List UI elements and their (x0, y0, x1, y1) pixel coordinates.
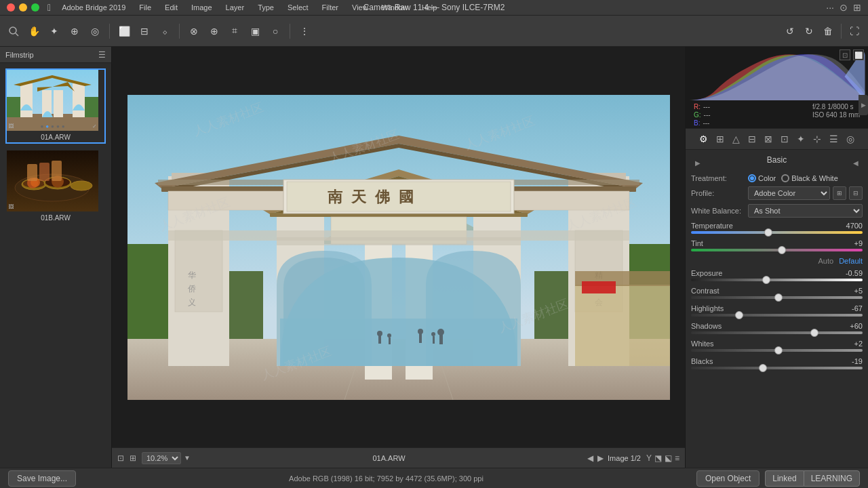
open-object-button[interactable]: Open Object (696, 470, 760, 487)
exposure-track[interactable] (691, 279, 863, 281)
svg-point-81 (437, 329, 444, 336)
whites-thumb[interactable] (774, 346, 783, 354)
histogram-toggle[interactable]: ⊡ (840, 49, 850, 60)
exposure-label: Exposure (691, 269, 722, 277)
adjustment-brush-button[interactable]: ⌗ (226, 23, 243, 39)
auto-button[interactable]: Auto (818, 257, 834, 265)
lens-corrections-icon[interactable]: ⊡ (778, 131, 791, 146)
blacks-track[interactable] (691, 367, 863, 369)
svg-line-1 (16, 33, 18, 36)
add-icon[interactable]: ⊞ (130, 453, 136, 463)
radial-filter-button[interactable]: ○ (267, 23, 283, 39)
zoom-dropdown-icon: ▼ (184, 454, 191, 462)
crop-tool-button[interactable]: ⬜ (116, 23, 132, 39)
focal-value: 18 mm (839, 111, 860, 119)
save-image-button[interactable]: Save Image... (8, 470, 76, 487)
transform-tool-button[interactable]: ⬦ (157, 23, 173, 39)
histogram-icon[interactable]: Y (646, 453, 652, 463)
prev-image-button[interactable]: ◀ (587, 453, 593, 463)
detail-icon[interactable]: ⊠ (762, 131, 774, 146)
panel-collapse-button[interactable]: ▶ (859, 95, 868, 115)
svg-rect-6 (20, 83, 33, 117)
profile-expand-button[interactable]: ⊟ (849, 186, 863, 200)
contrast-track[interactable] (691, 296, 863, 299)
shadows-thumb[interactable] (810, 329, 818, 337)
color-grading-icon[interactable]: ⊟ (746, 131, 758, 146)
linked-button[interactable]: Linked (765, 470, 803, 487)
apple-icon[interactable]: ⊙ (840, 2, 848, 13)
film-item-2[interactable]: 🖼 01B.ARW (5, 149, 106, 224)
zoom-tool-button[interactable] (5, 23, 22, 39)
contrast-thumb[interactable] (774, 293, 783, 302)
spot-removal-button[interactable]: ⊗ (186, 23, 202, 39)
white-balance-tool-button[interactable]: ✦ (46, 23, 62, 39)
auto-default-row: Auto Default (691, 257, 863, 265)
basic-panel-icon[interactable]: ⚙ (697, 131, 710, 146)
snapshots-icon[interactable]: ◎ (844, 131, 856, 146)
whites-track[interactable] (691, 349, 863, 352)
effects-icon[interactable]: ✦ (795, 131, 807, 146)
menu-filter[interactable]: Filter (319, 3, 341, 12)
preferences-button[interactable]: ⋮ (296, 23, 313, 39)
titlebar-right: ··· ⊙ ⊞ (826, 2, 861, 13)
highlights-track[interactable] (691, 314, 863, 317)
wb-select[interactable]: As Shot (748, 204, 863, 218)
canvas-image[interactable]: 华 侨 义 精 英 会 (112, 47, 685, 447)
fullscreen-button[interactable]: ⛶ (846, 23, 863, 39)
color-sampler-tool-button[interactable]: ⊕ (66, 23, 83, 39)
menu-icon[interactable]: ≡ (675, 453, 679, 463)
graduated-filter-button[interactable]: ▣ (247, 23, 263, 39)
temperature-track[interactable] (691, 231, 863, 234)
menu-image[interactable]: Image (189, 3, 215, 12)
menu-edit[interactable]: Edit (162, 3, 180, 12)
blacks-thumb[interactable] (759, 364, 767, 372)
dots-icon[interactable]: ··· (826, 2, 834, 13)
menu-type[interactable]: Type (255, 3, 277, 12)
learning-button[interactable]: LEARNING (804, 470, 860, 487)
b-value: --- (703, 119, 709, 127)
menu-layer[interactable]: Layer (223, 3, 248, 12)
menu-app[interactable]: Adobe Bridge 2019 (59, 3, 128, 12)
filmstrip-menu-icon[interactable]: ☰ (98, 50, 106, 60)
color-radio[interactable]: Color (748, 174, 776, 182)
profile-select[interactable]: Adobe Color (748, 186, 830, 200)
exposure-thumb[interactable] (762, 276, 770, 284)
export-icon[interactable]: ⬔ (654, 453, 662, 463)
temperature-thumb[interactable] (764, 228, 772, 237)
tone-curve-icon[interactable]: ⊞ (714, 131, 726, 146)
minimize-button[interactable] (19, 3, 27, 12)
maximize-button[interactable] (31, 3, 39, 12)
tint-track[interactable] (691, 249, 863, 251)
red-eye-button[interactable]: ⊕ (206, 23, 222, 39)
highlights-thumb[interactable] (735, 311, 743, 319)
menu-select[interactable]: Select (285, 3, 311, 12)
straighten-tool-button[interactable]: ⊟ (136, 23, 153, 39)
hand-tool-button[interactable]: ✋ (26, 23, 42, 39)
shadows-track[interactable] (691, 331, 863, 334)
default-button[interactable]: Default (839, 257, 863, 265)
bw-label: Black & White (791, 174, 837, 182)
bw-radio[interactable]: Black & White (781, 174, 837, 182)
settings-icon[interactable]: ⬕ (665, 453, 672, 463)
rotate-ccw-button[interactable]: ↺ (782, 23, 798, 39)
panel-collapse-right-icon[interactable]: ◀ (853, 159, 859, 167)
tint-thumb[interactable] (778, 246, 786, 254)
trash-button[interactable]: 🗑 (820, 23, 836, 39)
status-text: Adobe RGB (1998) 16 bit; 7952 by 4472 (3… (289, 474, 484, 483)
rotate-cw-button[interactable]: ↻ (801, 23, 817, 39)
calibration-icon[interactable]: ⊹ (811, 131, 823, 146)
histogram-expand[interactable]: ⬜ (853, 49, 864, 60)
hsl-icon[interactable]: △ (730, 131, 742, 146)
film-item-1[interactable]: ● ● ● ● ● 🖼 ✓ 01A.ARW (5, 68, 106, 144)
grid-icon[interactable]: ⊞ (853, 2, 861, 13)
presets-icon[interactable]: ☰ (827, 131, 840, 146)
panel-collapse-left-icon[interactable]: ▶ (695, 159, 701, 167)
profile-grid-button[interactable]: ⊞ (833, 186, 846, 200)
frame-icon[interactable]: ⊡ (117, 453, 124, 463)
target-adjust-button[interactable]: ◎ (87, 23, 103, 39)
close-button[interactable] (7, 3, 15, 12)
zoom-select[interactable]: 10.2% (142, 452, 181, 464)
menu-file[interactable]: File (136, 3, 154, 12)
film-thumb-2-svg (7, 150, 98, 211)
next-image-button[interactable]: ▶ (597, 453, 604, 463)
